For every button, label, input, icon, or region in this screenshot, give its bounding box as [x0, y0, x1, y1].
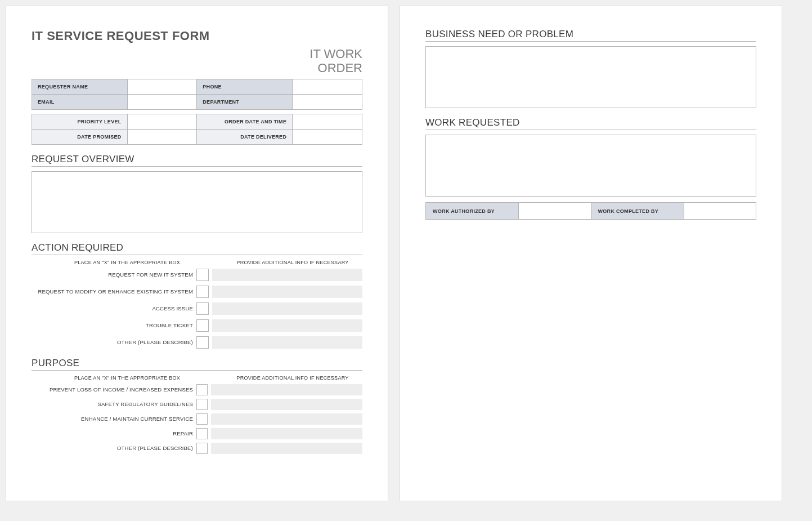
email-field[interactable] [127, 94, 197, 109]
business-need-heading: BUSINESS NEED OR PROBLEM [425, 29, 756, 42]
date-delivered-label: DATE DELIVERED [197, 129, 293, 144]
action-checkbox[interactable] [196, 336, 209, 349]
order-date-label: ORDER DATE AND TIME [197, 114, 293, 129]
action-row: OTHER (PLEASE DESCRIBE) [32, 336, 362, 349]
purpose-checkbox[interactable] [196, 428, 208, 439]
purpose-info-field[interactable] [211, 443, 362, 454]
requester-info-table: REQUESTER NAME PHONE EMAIL DEPARTMENT PR… [32, 79, 362, 145]
priority-field[interactable] [127, 114, 197, 129]
work-completed-label: WORK COMPLETED BY [591, 203, 684, 220]
purpose-heading: PURPOSE [32, 358, 362, 371]
priority-label: PRIORITY LEVEL [32, 114, 128, 129]
action-row: ACCESS ISSUE [32, 302, 362, 315]
action-header: PLACE AN "X" IN THE APPROPRIATE BOX PROV… [32, 260, 362, 265]
purpose-checkbox[interactable] [196, 443, 208, 454]
purpose-row: PREVENT LOSS OF INCOME / INCREASED EXPEN… [32, 384, 362, 395]
purpose-header: PLACE AN "X" IN THE APPROPRIATE BOX PROV… [32, 375, 362, 381]
purpose-info-field[interactable] [211, 399, 362, 410]
business-need-box[interactable] [425, 46, 756, 108]
action-info-field[interactable] [212, 319, 362, 332]
request-overview-heading: REQUEST OVERVIEW [32, 154, 362, 167]
requester-name-field[interactable] [127, 79, 197, 94]
form-title: IT SERVICE REQUEST FORM [32, 29, 362, 43]
work-requested-heading: WORK REQUESTED [425, 117, 756, 130]
action-row: REQUEST TO MODIFY OR ENHANCE EXISTING IT… [32, 286, 362, 298]
action-row: REQUEST FOR NEW IT SYSTEM [32, 269, 362, 281]
action-checkbox[interactable] [196, 286, 209, 298]
purpose-info-field[interactable] [211, 384, 362, 395]
order-date-field[interactable] [293, 114, 362, 129]
work-authorized-field[interactable] [519, 203, 591, 220]
form-subtitle: IT WORK ORDER [32, 47, 362, 75]
date-promised-field[interactable] [127, 129, 197, 144]
purpose-checkbox[interactable] [196, 413, 208, 425]
department-field[interactable] [293, 94, 362, 109]
email-label: EMAIL [32, 94, 128, 109]
work-requested-box[interactable] [425, 135, 756, 197]
action-required-heading: ACTION REQUIRED [32, 242, 362, 255]
purpose-info-field[interactable] [211, 413, 362, 425]
action-info-field[interactable] [212, 336, 362, 349]
date-promised-label: DATE PROMISED [32, 129, 128, 144]
purpose-row: ENHANCE / MAINTAIN CURRENT SERVICE [32, 413, 362, 425]
purpose-row: REPAIR [32, 428, 362, 439]
request-overview-box[interactable] [32, 171, 362, 233]
work-completed-field[interactable] [684, 203, 756, 220]
department-label: DEPARTMENT [197, 94, 293, 109]
action-info-field[interactable] [212, 269, 362, 281]
page-right: BUSINESS NEED OR PROBLEM WORK REQUESTED … [400, 6, 782, 501]
requester-name-label: REQUESTER NAME [32, 79, 128, 94]
purpose-checkbox[interactable] [196, 399, 208, 410]
action-checkbox[interactable] [196, 302, 209, 315]
date-delivered-field[interactable] [293, 129, 362, 144]
work-authorized-label: WORK AUTHORIZED BY [426, 203, 519, 220]
page-left: IT SERVICE REQUEST FORM IT WORK ORDER RE… [6, 6, 388, 501]
action-checkbox[interactable] [196, 269, 209, 281]
purpose-row: OTHER (PLEASE DESCRIBE) [32, 443, 362, 454]
purpose-info-field[interactable] [211, 428, 362, 439]
action-row: TROUBLE TICKET [32, 319, 362, 332]
action-info-field[interactable] [212, 286, 362, 298]
phone-field[interactable] [293, 79, 362, 94]
phone-label: PHONE [197, 79, 293, 94]
purpose-row: SAFETY REGULATORY GUIDELINES [32, 399, 362, 410]
action-info-field[interactable] [212, 302, 362, 315]
action-checkbox[interactable] [196, 319, 209, 332]
purpose-rows: PREVENT LOSS OF INCOME / INCREASED EXPEN… [32, 384, 362, 454]
authorization-table: WORK AUTHORIZED BY WORK COMPLETED BY [425, 202, 756, 220]
action-rows: REQUEST FOR NEW IT SYSTEM REQUEST TO MOD… [32, 269, 362, 349]
purpose-checkbox[interactable] [196, 384, 208, 395]
